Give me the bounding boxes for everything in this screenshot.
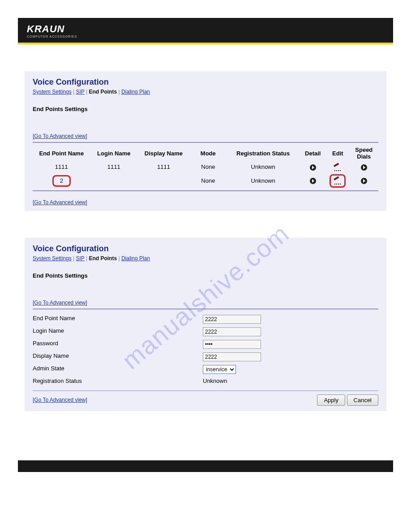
divider <box>33 190 378 191</box>
registration-status-label: Registration Status <box>33 378 203 384</box>
tab-sep: | <box>73 89 74 95</box>
form-row-admin-state: Admin State inservice <box>33 363 378 376</box>
cell-mode: None <box>190 172 227 189</box>
panel-title: Voice Configuration <box>33 244 378 253</box>
edit-icon-highlighted[interactable] <box>330 174 346 188</box>
table-row: 1111 1111 1111 None Unknown <box>33 162 378 172</box>
cell-endpoint-name-highlighted: 2 <box>52 175 71 187</box>
password-label: Password <box>33 340 203 349</box>
tab-sep: | <box>73 255 74 262</box>
tab-system-settings[interactable]: System Settings <box>33 89 72 95</box>
brand-header: KRAUN COMPUTER ACCESSORIES <box>18 18 393 44</box>
registration-status-value: Unknown <box>203 378 227 384</box>
voice-config-panel-form: Voice Configuration System Settings | SI… <box>25 238 386 411</box>
display-name-label: Display Name <box>33 352 203 361</box>
advanced-view-link[interactable]: [Go To Advanced view] <box>33 133 87 139</box>
endpoint-name-label: End Point Name <box>33 315 203 324</box>
table-row: 2 None Unknown <box>33 172 378 189</box>
cell-login-name: 1111 <box>90 162 137 172</box>
display-name-input[interactable] <box>203 352 261 361</box>
detail-icon[interactable] <box>310 178 316 184</box>
tab-system-settings[interactable]: System Settings <box>33 255 72 262</box>
tab-sep: | <box>118 255 120 262</box>
col-mode: Mode <box>190 143 227 162</box>
col-display-name: Display Name <box>137 143 190 162</box>
col-speed-dials: Speed Dials <box>350 143 378 162</box>
brand-tagline: COMPUTER ACCESSORIES <box>27 35 384 38</box>
cell-registration-status: Unknown <box>227 162 300 172</box>
brand-logo-text: KRAUN <box>27 24 384 34</box>
panel-title: Voice Configuration <box>33 77 378 87</box>
detail-icon[interactable] <box>310 164 316 171</box>
speed-dials-icon[interactable] <box>361 164 367 171</box>
form-row-display-name: Display Name <box>33 351 378 363</box>
form-row-password: Password <box>33 338 378 351</box>
col-login-name: Login Name <box>90 143 137 162</box>
section-subtitle: End Points Settings <box>33 106 378 112</box>
col-endpoint-name: End Point Name <box>33 143 90 162</box>
form-row-registration-status: Registration Status Unknown <box>33 376 378 386</box>
tab-bar: System Settings | SIP | End Points | Dia… <box>33 255 378 262</box>
tab-dialing-plan[interactable]: Dialing Plan <box>121 89 150 95</box>
admin-state-label: Admin State <box>33 365 203 374</box>
tab-end-points[interactable]: End Points <box>89 255 117 262</box>
login-name-label: Login Name <box>33 327 203 336</box>
col-registration-status: Registration Status <box>227 143 300 162</box>
section-subtitle: End Points Settings <box>33 272 378 279</box>
tab-end-points[interactable]: End Points <box>89 89 117 95</box>
tab-sep: | <box>86 255 87 262</box>
advanced-view-link[interactable]: [Go To Advanced view] <box>33 300 87 306</box>
divider <box>33 390 378 391</box>
edit-icon <box>334 179 341 183</box>
cell-display-name: 1111 <box>137 162 190 172</box>
form-row-login-name: Login Name <box>33 326 378 338</box>
login-name-input[interactable] <box>203 327 261 336</box>
advanced-view-link[interactable]: [Go To Advanced view] <box>33 397 87 403</box>
advanced-view-link[interactable]: [Go To Advanced view] <box>33 199 87 206</box>
endpoints-table: End Point Name Login Name Display Name M… <box>33 143 378 189</box>
endpoint-name-input[interactable] <box>203 315 261 324</box>
apply-button[interactable]: Apply <box>317 395 345 406</box>
footer-bar <box>18 460 393 472</box>
tab-sip[interactable]: SIP <box>76 89 85 95</box>
form-button-row: [Go To Advanced view] Apply Cancel <box>33 395 378 406</box>
speed-dials-icon[interactable] <box>361 178 367 184</box>
tab-sep: | <box>86 89 87 95</box>
table-header-row: End Point Name Login Name Display Name M… <box>33 143 378 162</box>
cancel-button[interactable]: Cancel <box>347 395 378 406</box>
edit-icon[interactable] <box>334 165 341 170</box>
tab-dialing-plan[interactable]: Dialing Plan <box>121 255 150 262</box>
col-edit: Edit <box>326 143 350 162</box>
form-row-endpoint-name: End Point Name <box>33 313 378 326</box>
tab-sip[interactable]: SIP <box>76 255 85 262</box>
tab-sep: | <box>118 89 120 95</box>
admin-state-select[interactable]: inservice <box>203 365 236 374</box>
voice-config-panel-list: Voice Configuration System Settings | SI… <box>25 71 386 211</box>
col-detail: Detail <box>300 143 326 162</box>
cell-mode: None <box>190 162 227 172</box>
cell-endpoint-name: 1111 <box>33 162 90 172</box>
password-input[interactable] <box>203 340 261 349</box>
tab-bar: System Settings | SIP | End Points | Dia… <box>33 89 378 95</box>
cell-registration-status: Unknown <box>227 172 300 189</box>
cell-display-name <box>137 172 190 189</box>
cell-login-name <box>90 172 137 189</box>
